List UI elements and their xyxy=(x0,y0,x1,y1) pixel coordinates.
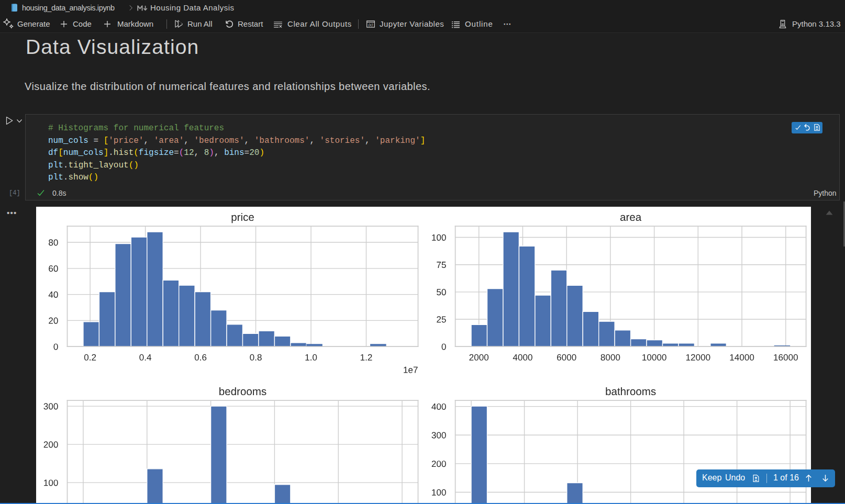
svg-text:(x): (x) xyxy=(369,23,373,27)
